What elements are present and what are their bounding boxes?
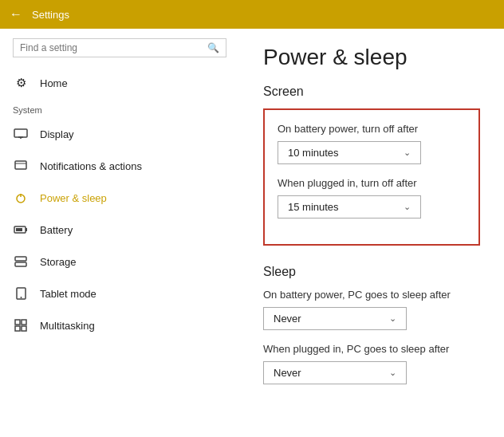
- sidebar-item-tablet[interactable]: Tablet mode: [0, 278, 239, 309]
- plugged-screen-arrow: ⌄: [404, 202, 411, 212]
- screen-box: On battery power, turn off after 10 minu…: [263, 108, 480, 246]
- sidebar-item-notifications-label: Notifications & actions: [40, 160, 142, 172]
- plugged-sleep-arrow: ⌄: [389, 368, 396, 378]
- svg-rect-8: [16, 228, 22, 231]
- sidebar-item-display-label: Display: [40, 128, 74, 140]
- svg-rect-10: [15, 257, 26, 261]
- svg-rect-3: [15, 161, 26, 169]
- plugged-sleep-dropdown[interactable]: Never ⌄: [263, 361, 407, 384]
- multitasking-icon: [13, 317, 29, 333]
- plugged-screen-dropdown[interactable]: 15 minutes ⌄: [278, 195, 421, 218]
- storage-icon: [13, 254, 29, 270]
- title-bar: ← Settings: [0, 0, 504, 29]
- screen-section-title: Screen: [263, 85, 480, 99]
- page-title: Power & sleep: [263, 45, 480, 70]
- back-button[interactable]: ←: [10, 7, 22, 22]
- plugged-screen-wrapper: When plugged in, turn off after 15 minut…: [278, 177, 466, 218]
- sidebar-item-battery[interactable]: Battery: [0, 214, 239, 246]
- battery-icon: [13, 222, 29, 238]
- sidebar-item-multitasking-label: Multitasking: [40, 320, 95, 332]
- svg-rect-14: [15, 320, 20, 325]
- svg-rect-0: [14, 129, 27, 137]
- tablet-icon: [13, 285, 29, 301]
- main-layout: 🔍 ⚙ Home System Display Notifications & …: [0, 29, 504, 437]
- plugged-sleep-wrapper: When plugged in, PC goes to sleep after …: [263, 343, 480, 384]
- battery-sleep-value: Never: [274, 313, 301, 325]
- svg-rect-17: [22, 326, 26, 331]
- plugged-sleep-label: When plugged in, PC goes to sleep after: [263, 343, 480, 355]
- home-icon: ⚙: [13, 75, 29, 91]
- battery-sleep-arrow: ⌄: [389, 313, 396, 324]
- svg-rect-11: [15, 262, 26, 266]
- content-area: Power & sleep Screen On battery power, t…: [239, 29, 504, 437]
- search-icon: 🔍: [207, 42, 219, 53]
- sidebar-item-multitasking[interactable]: Multitasking: [0, 309, 239, 341]
- battery-screen-wrapper: On battery power, turn off after 10 minu…: [278, 123, 466, 164]
- plugged-sleep-value: Never: [274, 367, 301, 379]
- svg-rect-9: [26, 228, 27, 231]
- svg-rect-15: [22, 320, 26, 325]
- battery-screen-dropdown[interactable]: 10 minutes ⌄: [278, 141, 421, 164]
- search-input[interactable]: [20, 42, 203, 53]
- display-icon: [13, 126, 29, 142]
- sidebar-item-notifications[interactable]: Notifications & actions: [0, 150, 239, 182]
- svg-point-13: [20, 297, 22, 298]
- plugged-screen-value: 15 minutes: [288, 201, 339, 213]
- battery-sleep-label: On battery power, PC goes to sleep after: [263, 289, 480, 301]
- sidebar: 🔍 ⚙ Home System Display Notifications & …: [0, 29, 239, 437]
- battery-sleep-dropdown[interactable]: Never ⌄: [263, 307, 407, 330]
- sleep-section: Sleep On battery power, PC goes to sleep…: [263, 265, 480, 384]
- sidebar-item-power-label: Power & sleep: [40, 192, 107, 204]
- sidebar-item-tablet-label: Tablet mode: [40, 288, 96, 300]
- sidebar-home-label: Home: [40, 77, 68, 89]
- search-box[interactable]: 🔍: [13, 38, 226, 57]
- sidebar-item-battery-label: Battery: [40, 224, 73, 236]
- sidebar-item-home[interactable]: ⚙ Home: [0, 67, 239, 99]
- battery-screen-value: 10 minutes: [288, 147, 339, 159]
- notifications-icon: [13, 158, 29, 174]
- plugged-screen-label: When plugged in, turn off after: [278, 177, 466, 189]
- sidebar-item-display[interactable]: Display: [0, 118, 239, 150]
- sidebar-section-label: System: [0, 99, 239, 118]
- sleep-section-title: Sleep: [263, 265, 480, 279]
- svg-rect-16: [15, 326, 20, 331]
- sidebar-item-storage[interactable]: Storage: [0, 246, 239, 278]
- power-icon: [13, 190, 29, 206]
- battery-screen-label: On battery power, turn off after: [278, 123, 466, 135]
- battery-sleep-wrapper: On battery power, PC goes to sleep after…: [263, 289, 480, 330]
- title-bar-title: Settings: [32, 9, 69, 21]
- sidebar-item-storage-label: Storage: [40, 256, 77, 268]
- battery-screen-arrow: ⌄: [404, 148, 411, 158]
- sidebar-item-power[interactable]: Power & sleep: [0, 182, 239, 214]
